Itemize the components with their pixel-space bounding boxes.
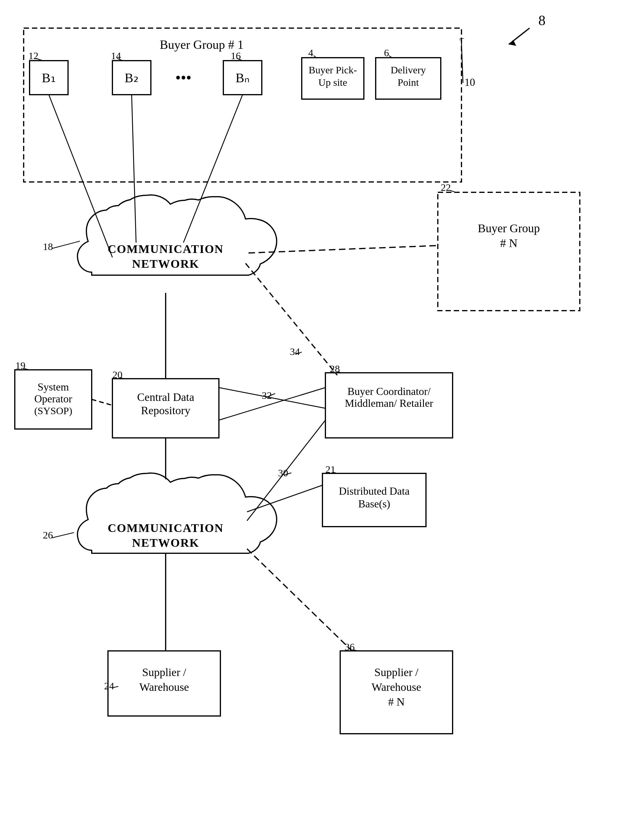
distributed-db-label: Distributed Data xyxy=(339,485,410,497)
ref-24: 24 xyxy=(104,681,114,692)
comm-network1-label2: NETWORK xyxy=(132,257,199,270)
bn-label: Bₙ xyxy=(235,71,249,85)
system-op-label3: (SYSOP) xyxy=(34,405,72,416)
b2-label: B₂ xyxy=(124,71,139,85)
system-op-label: System xyxy=(38,381,69,393)
ref-22: 22 xyxy=(441,182,451,193)
system-op-label2: Operator xyxy=(34,393,72,405)
comm-network1-label: COMMUNICATION xyxy=(108,242,224,255)
delivery-point-label: Delivery xyxy=(391,65,426,76)
ref-19: 19 xyxy=(16,360,25,371)
coord-to-cloud2 xyxy=(247,420,325,521)
supplier-n-label2: Warehouse xyxy=(372,681,421,693)
distributed-db-label2: Base(s) xyxy=(358,498,390,510)
diagram: 8 10 ⌐ Buyer Group # 1 B₁ 12 B₂ 14 ••• B… xyxy=(0,0,644,829)
ref-6: 6 xyxy=(384,47,389,58)
ref-21: 21 xyxy=(325,464,335,475)
buyer-group-n-label: Buyer Group xyxy=(478,222,540,235)
b1-label: B₁ xyxy=(42,71,56,85)
central-data-label: Central Data xyxy=(137,391,194,403)
sysop-to-central xyxy=(92,399,112,405)
buyer-group1-label: Buyer Group # 1 xyxy=(160,38,244,52)
ref-18: 18 xyxy=(43,241,53,252)
cloud-to-bgn xyxy=(249,246,438,253)
comm-network2-label: COMMUNICATION xyxy=(108,521,224,534)
ref-26: 26 xyxy=(43,530,53,541)
supplier-label: Supplier / xyxy=(142,666,186,678)
ref-30: 30 xyxy=(278,468,288,478)
supplier-n-label3: # N xyxy=(388,695,405,708)
ref-4: 4 xyxy=(308,47,313,58)
central-data-label2: Repository xyxy=(141,404,191,416)
ref-12: 12 xyxy=(28,50,38,61)
svg-line-9 xyxy=(52,241,80,249)
supplier-n-label: Supplier / xyxy=(375,666,419,678)
b1-to-cloud xyxy=(49,95,112,257)
buyer-pickup-label2: Up site xyxy=(318,77,347,88)
buyer-coord-label2: Middleman/ Retailer xyxy=(345,397,433,409)
fig-number: 8 xyxy=(539,13,545,28)
svg-text:⌐: ⌐ xyxy=(460,33,464,43)
ref-36: 36 xyxy=(345,641,355,652)
buyer-coord-label: Buyer Coordinator/ xyxy=(348,386,431,397)
ellipsis: ••• xyxy=(175,69,192,86)
ref-34: 34 xyxy=(290,346,300,357)
ref-10: 10 xyxy=(464,76,475,88)
svg-line-29 xyxy=(52,533,74,538)
ref-20: 20 xyxy=(112,369,123,380)
buyer-pickup-label: Buyer Pick- xyxy=(309,65,357,76)
supplier-label2: Warehouse xyxy=(139,681,189,693)
central-to-coord2 xyxy=(219,388,325,420)
cloud2-to-supplier-n-dashed xyxy=(247,549,352,651)
comm-network2-label2: NETWORK xyxy=(132,536,199,549)
central-to-coord1 xyxy=(219,388,325,408)
buyer-group-n-box xyxy=(438,192,580,310)
delivery-point-label2: Point xyxy=(398,77,419,88)
buyer-group-n-label2: # N xyxy=(500,236,518,250)
cloud-to-coord-dashed xyxy=(246,263,337,375)
